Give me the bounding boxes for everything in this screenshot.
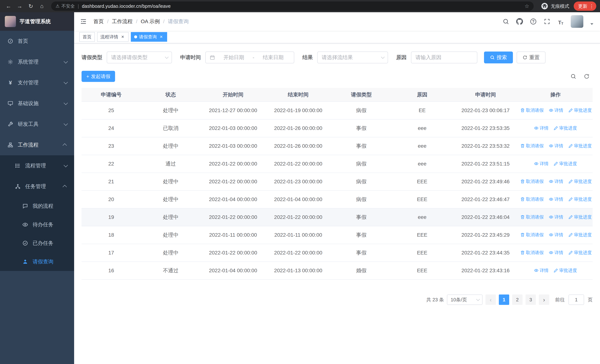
cell-start: 2022-01-04 00:00:00	[201, 191, 265, 208]
approval-progress-link[interactable]: 审批进度	[554, 267, 577, 273]
apply-time-range-picker[interactable]: 开始日期 - 结束日期	[205, 52, 294, 63]
sidebar-item-infra[interactable]: 基础设施	[0, 93, 74, 114]
cancel-leave-link[interactable]: 取消请假	[520, 196, 544, 202]
approval-progress-link[interactable]: 审批进度	[569, 250, 592, 256]
detail-link[interactable]: 详情	[534, 267, 548, 273]
approval-progress-link[interactable]: 审批进度	[569, 107, 592, 113]
column-header: 原因	[392, 88, 452, 102]
refresh-table-icon[interactable]	[584, 73, 590, 79]
detail-link[interactable]: 详情	[549, 232, 563, 238]
cancel-leave-link[interactable]: 取消请假	[520, 178, 544, 184]
page-button-3[interactable]: 3	[525, 295, 536, 305]
url-text[interactable]: dashboard.yudao.iocoder.cn/bpm/oa/leave	[82, 3, 522, 9]
sidebar-item-done-tasks[interactable]: 已办任务	[0, 234, 74, 252]
detail-link[interactable]: 详情	[549, 178, 563, 184]
detail-link[interactable]: 详情	[549, 250, 563, 256]
tag-close-icon[interactable]: ×	[159, 34, 164, 39]
page-button-1[interactable]: 1	[499, 295, 509, 305]
chevron-down-icon	[64, 163, 68, 167]
tag-process-detail[interactable]: 流程详情 ×	[97, 32, 129, 42]
sidebar-item-leave-query[interactable]: 请假查询	[0, 252, 74, 271]
detail-link[interactable]: 详情	[549, 196, 563, 202]
end-date-placeholder[interactable]: 结束日期	[257, 54, 290, 61]
sidebar-item-task-mgmt[interactable]: 任务管理	[0, 176, 74, 197]
address-bar[interactable]: ⚠ 不安全 | dashboard.yudao.iocoder.cn/bpm/o…	[51, 1, 534, 11]
detail-link[interactable]: 详情	[549, 143, 563, 149]
detail-link[interactable]: 详情	[549, 107, 563, 113]
column-header: 开始时间	[201, 88, 265, 102]
help-icon[interactable]: ?	[530, 18, 537, 25]
sidebar-item-system[interactable]: 系统管理	[0, 52, 74, 72]
search-button[interactable]: 搜索	[484, 52, 513, 63]
tag-home[interactable]: 首页	[79, 32, 95, 42]
github-icon[interactable]	[516, 18, 523, 25]
bookmark-star-icon[interactable]: ☆	[525, 3, 529, 9]
sidebar-logo[interactable]: 芋道管理系统	[0, 12, 74, 31]
breadcrumb-item[interactable]: 工作流程	[112, 18, 133, 25]
prev-page-button[interactable]: ‹	[486, 295, 496, 305]
fullscreen-icon[interactable]	[543, 18, 551, 25]
sidebar-item-label: 任务管理	[25, 183, 46, 190]
approval-progress-link[interactable]: 审批进度	[569, 196, 592, 202]
browser-menu-icon[interactable]: ⋮	[589, 3, 594, 9]
sidebar-item-payment[interactable]: ¥ 支付管理	[0, 72, 74, 93]
security-indicator[interactable]: ⚠ 不安全	[56, 3, 75, 9]
sidebar-item-home[interactable]: 首页	[0, 31, 74, 52]
gear-icon	[7, 59, 13, 65]
sidebar-item-todo-tasks[interactable]: 待办任务	[0, 215, 74, 234]
next-page-button[interactable]: ›	[539, 295, 549, 305]
create-leave-button[interactable]: + 发起请假	[82, 71, 115, 82]
cell-end: 2022-01-26 00:00:00	[265, 137, 331, 155]
sidebar-item-devtools[interactable]: 研发工具	[0, 114, 74, 135]
approval-progress-link[interactable]: 审批进度	[554, 125, 577, 131]
chevron-down-icon	[476, 297, 480, 301]
breadcrumb-item[interactable]: 首页	[94, 18, 104, 25]
reason-input[interactable]	[411, 52, 477, 63]
approval-progress-link[interactable]: 审批进度	[569, 232, 592, 238]
sidebar-item-process-mgmt[interactable]: 流程管理	[0, 155, 74, 176]
cell-end: 2022-01-11 00:00:00	[265, 226, 331, 244]
sidebar-item-label: 系统管理	[18, 58, 38, 65]
cancel-leave-link[interactable]: 取消请假	[520, 232, 544, 238]
cell-status: 处理中	[141, 244, 201, 262]
approval-progress-link[interactable]: 审批进度	[554, 161, 577, 167]
toggle-search-icon[interactable]	[570, 73, 576, 79]
tag-leave-query[interactable]: 请假查询 ×	[131, 32, 167, 42]
font-size-icon[interactable]: TT	[557, 18, 564, 25]
detail-link[interactable]: 详情	[549, 214, 563, 220]
browser-home-icon[interactable]: ⌂	[37, 1, 47, 11]
cancel-leave-link[interactable]: 取消请假	[520, 250, 544, 256]
cancel-leave-link[interactable]: 取消请假	[520, 143, 544, 149]
sidebar-toggle-icon[interactable]	[74, 12, 93, 31]
sidebar-item-my-process[interactable]: 我的流程	[0, 197, 74, 215]
leave-type-select[interactable]: 请选择请假类型	[107, 52, 172, 63]
sidebar-item-workflow[interactable]: 工作流程	[0, 135, 74, 155]
result-label: 结果	[302, 54, 313, 61]
detail-link[interactable]: 详情	[534, 125, 548, 131]
goto-page-input[interactable]	[569, 295, 584, 305]
cancel-leave-link[interactable]: 取消请假	[520, 214, 544, 220]
browser-reload-icon[interactable]: ↻	[26, 1, 36, 11]
browser-back-icon[interactable]: ←	[4, 1, 13, 11]
result-select[interactable]: 请选择流结果	[317, 52, 388, 63]
cancel-leave-link[interactable]: 取消请假	[520, 107, 544, 113]
browser-forward-icon[interactable]: →	[15, 1, 24, 11]
cell-reason: EE	[392, 102, 452, 119]
page-size-select[interactable]: 10条/页	[447, 295, 483, 305]
approval-progress-link[interactable]: 审批进度	[569, 143, 592, 149]
approval-progress-link[interactable]: 审批进度	[569, 214, 592, 220]
detail-link[interactable]: 详情	[534, 161, 548, 167]
start-date-placeholder[interactable]: 开始日期	[217, 54, 250, 61]
cell-status: 处理中	[141, 191, 201, 208]
column-header: 申请时间	[452, 88, 518, 102]
user-avatar[interactable]	[571, 15, 583, 28]
approval-progress-link[interactable]: 审批进度	[569, 178, 592, 184]
cell-id: 16	[82, 262, 141, 280]
reset-button[interactable]: 重置	[517, 52, 545, 63]
page-button-2[interactable]: 2	[512, 295, 523, 305]
avatar-dropdown-caret-icon[interactable]	[590, 23, 593, 25]
tag-close-icon[interactable]: ×	[120, 34, 125, 39]
breadcrumb-item[interactable]: OA 示例	[141, 18, 160, 25]
browser-update-button[interactable]: 更新 ⋮	[574, 1, 596, 11]
search-icon[interactable]	[502, 18, 510, 25]
